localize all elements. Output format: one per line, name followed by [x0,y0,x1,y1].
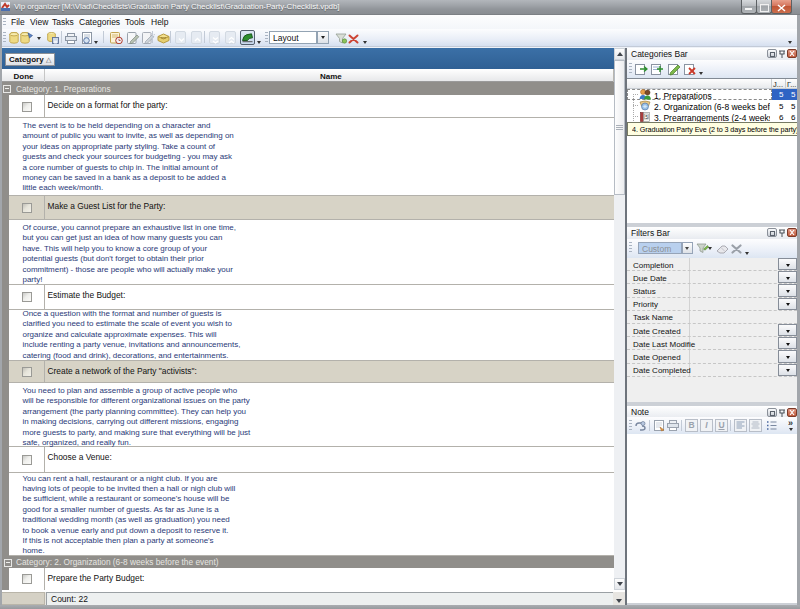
svg-text:5: 5 [645,114,648,120]
